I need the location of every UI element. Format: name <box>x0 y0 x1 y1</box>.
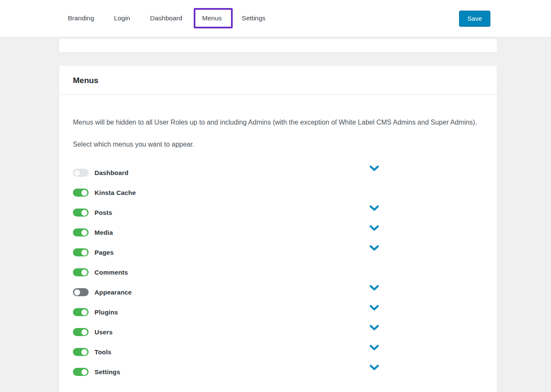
toggle-knob <box>81 329 87 335</box>
menu-row-plugins: Plugins <box>73 302 483 322</box>
menus-instruction: Select which menus you want to appear. <box>73 139 483 150</box>
menus-description: Menus will be hidden to all User Roles u… <box>73 117 483 128</box>
chevron-down-icon[interactable] <box>370 345 379 350</box>
menu-row-label: Settings <box>95 368 120 375</box>
menu-row-label: Kinsta Cache <box>95 189 136 196</box>
menu-row-posts: Posts <box>73 203 483 222</box>
toggle-media[interactable] <box>73 228 89 236</box>
nav-tabs: Branding Login Dashboard Menus Settings <box>68 14 265 22</box>
menu-row-settings: Settings <box>73 362 483 382</box>
toggle-knob <box>81 230 87 236</box>
menu-rows: Dashboard Kinsta Cache Posts Media <box>73 163 483 382</box>
toggle-pages[interactable] <box>73 248 89 256</box>
toggle-posts[interactable] <box>73 209 89 217</box>
toggle-kinsta-cache[interactable] <box>73 189 89 197</box>
tab-branding[interactable]: Branding <box>68 14 94 22</box>
toggle-knob <box>81 309 87 315</box>
toggle-knob <box>74 170 80 176</box>
chevron-down-icon[interactable] <box>370 225 379 231</box>
toggle-knob <box>81 270 87 275</box>
menu-row-comments: Comments <box>73 262 483 282</box>
toggle-dashboard[interactable] <box>73 169 89 177</box>
menu-row-label: Users <box>95 328 113 336</box>
menu-row-appearance: Appearance <box>73 282 483 302</box>
menu-row-label: Plugins <box>95 309 118 316</box>
menu-row-label: Pages <box>95 249 114 256</box>
menu-row-label: Dashboard <box>95 169 128 176</box>
toggle-knob <box>74 289 80 295</box>
chevron-down-icon[interactable] <box>370 325 379 331</box>
toggle-knob <box>81 190 87 196</box>
menu-row-tools: Tools <box>73 342 483 362</box>
chevron-down-icon[interactable] <box>370 165 379 171</box>
chevron-down-icon[interactable] <box>370 245 379 251</box>
toggle-knob <box>81 250 87 256</box>
menu-row-pages: Pages <box>73 242 483 262</box>
tab-login[interactable]: Login <box>114 14 130 22</box>
toggle-comments[interactable] <box>73 268 89 276</box>
toggle-knob <box>81 349 87 355</box>
chevron-down-icon[interactable] <box>370 205 379 211</box>
tab-settings[interactable]: Settings <box>242 14 265 22</box>
top-nav: Branding Login Dashboard Menus Settings … <box>0 0 551 36</box>
panel-body: Menus will be hidden to all User Roles u… <box>59 95 497 382</box>
menu-row-label: Comments <box>95 269 128 276</box>
toggle-plugins[interactable] <box>73 308 89 316</box>
panel-header: Menus <box>59 66 497 95</box>
menu-row-label: Appearance <box>95 289 132 296</box>
menu-row-label: Media <box>95 229 113 236</box>
tab-menus[interactable]: Menus <box>202 14 222 22</box>
toggle-users[interactable] <box>73 328 89 336</box>
toggle-knob <box>81 210 87 216</box>
chevron-down-icon[interactable] <box>370 364 379 370</box>
menu-row-users: Users <box>73 322 483 342</box>
toggle-settings[interactable] <box>73 368 89 376</box>
chevron-down-icon[interactable] <box>370 285 379 291</box>
toggle-tools[interactable] <box>73 348 89 356</box>
menus-panel: Menus Menus will be hidden to all User R… <box>59 66 497 392</box>
menu-row-media: Media <box>73 222 483 242</box>
page-title: Menus <box>73 76 483 85</box>
nav-spacer-strip <box>59 39 497 52</box>
menu-row-label: Tools <box>95 348 111 356</box>
menu-row-kinsta-cache: Kinsta Cache <box>73 183 483 203</box>
toggle-appearance[interactable] <box>73 288 89 296</box>
toggle-knob <box>81 369 87 375</box>
save-button[interactable]: Save <box>459 11 490 26</box>
chevron-down-icon[interactable] <box>370 305 379 311</box>
menu-row-label: Posts <box>95 209 112 216</box>
menu-row-dashboard: Dashboard <box>73 163 483 183</box>
tab-dashboard[interactable]: Dashboard <box>150 14 182 22</box>
